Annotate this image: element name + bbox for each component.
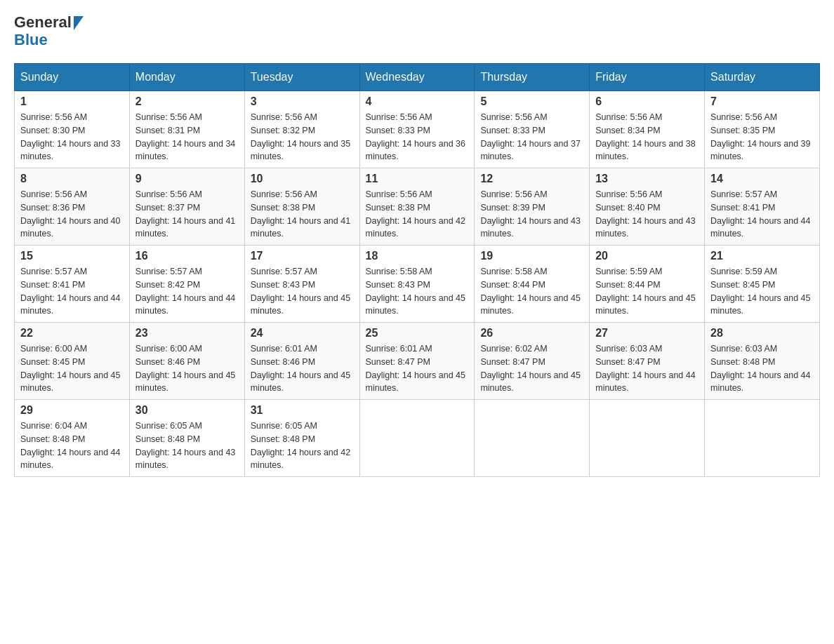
day-number: 1 [20,95,124,108]
calendar-cell: 30 Sunrise: 6:05 AM Sunset: 8:48 PM Dayl… [129,400,244,477]
calendar-week-row: 22 Sunrise: 6:00 AM Sunset: 8:45 PM Dayl… [15,323,820,400]
page-header: General Blue [14,14,820,49]
calendar-cell: 16 Sunrise: 5:57 AM Sunset: 8:42 PM Dayl… [129,246,244,323]
day-info: Sunrise: 5:57 AM Sunset: 8:41 PM Dayligh… [20,265,124,318]
col-header-wednesday: Wednesday [359,64,475,91]
day-number: 3 [251,95,354,108]
day-info: Sunrise: 6:00 AM Sunset: 8:45 PM Dayligh… [20,342,124,395]
day-number: 2 [135,95,239,108]
day-number: 16 [135,250,239,262]
calendar-cell: 19 Sunrise: 5:58 AM Sunset: 8:44 PM Dayl… [475,246,590,323]
calendar-cell: 15 Sunrise: 5:57 AM Sunset: 8:41 PM Dayl… [15,246,130,323]
day-number: 15 [20,250,124,262]
calendar-cell [359,400,475,477]
calendar-cell: 5 Sunrise: 5:56 AM Sunset: 8:33 PM Dayli… [475,91,590,168]
calendar-week-row: 29 Sunrise: 6:04 AM Sunset: 8:48 PM Dayl… [15,400,820,477]
calendar-cell: 31 Sunrise: 6:05 AM Sunset: 8:48 PM Dayl… [244,400,359,477]
calendar-cell: 11 Sunrise: 5:56 AM Sunset: 8:38 PM Dayl… [359,168,475,246]
day-number: 20 [595,250,699,262]
calendar-cell: 21 Sunrise: 5:59 AM Sunset: 8:45 PM Dayl… [705,246,820,323]
day-info: Sunrise: 5:59 AM Sunset: 8:44 PM Dayligh… [595,265,699,318]
logo-general: General [14,14,84,31]
calendar-cell: 25 Sunrise: 6:01 AM Sunset: 8:47 PM Dayl… [359,323,475,400]
day-number: 30 [135,404,239,417]
day-info: Sunrise: 5:56 AM Sunset: 8:30 PM Dayligh… [20,111,124,163]
col-header-friday: Friday [590,64,705,91]
day-info: Sunrise: 5:56 AM Sunset: 8:34 PM Dayligh… [595,111,699,163]
calendar-cell: 13 Sunrise: 5:56 AM Sunset: 8:40 PM Dayl… [590,168,705,246]
calendar-cell: 4 Sunrise: 5:56 AM Sunset: 8:33 PM Dayli… [359,91,475,168]
logo: General Blue [14,14,84,49]
day-info: Sunrise: 5:56 AM Sunset: 8:40 PM Dayligh… [595,188,699,241]
day-info: Sunrise: 5:56 AM Sunset: 8:38 PM Dayligh… [251,188,354,241]
calendar-cell: 18 Sunrise: 5:58 AM Sunset: 8:43 PM Dayl… [359,246,475,323]
day-info: Sunrise: 5:56 AM Sunset: 8:33 PM Dayligh… [480,111,583,163]
day-number: 7 [710,95,814,108]
calendar-cell: 24 Sunrise: 6:01 AM Sunset: 8:46 PM Dayl… [244,323,359,400]
day-number: 6 [595,95,699,108]
day-info: Sunrise: 6:05 AM Sunset: 8:48 PM Dayligh… [135,420,239,472]
calendar-cell: 17 Sunrise: 5:57 AM Sunset: 8:43 PM Dayl… [244,246,359,323]
day-info: Sunrise: 6:01 AM Sunset: 8:47 PM Dayligh… [366,342,469,395]
col-header-saturday: Saturday [705,64,820,91]
day-info: Sunrise: 6:00 AM Sunset: 8:46 PM Dayligh… [135,342,239,395]
day-number: 5 [480,95,583,108]
day-info: Sunrise: 5:58 AM Sunset: 8:43 PM Dayligh… [366,265,469,318]
calendar-week-row: 15 Sunrise: 5:57 AM Sunset: 8:41 PM Dayl… [15,246,820,323]
calendar-cell [590,400,705,477]
day-number: 4 [366,95,469,108]
day-number: 12 [480,173,583,185]
day-number: 11 [366,173,469,185]
calendar-cell: 6 Sunrise: 5:56 AM Sunset: 8:34 PM Dayli… [590,91,705,168]
day-info: Sunrise: 5:57 AM Sunset: 8:42 PM Dayligh… [135,265,239,318]
calendar-cell: 29 Sunrise: 6:04 AM Sunset: 8:48 PM Dayl… [15,400,130,477]
col-header-thursday: Thursday [475,64,590,91]
calendar-table: SundayMondayTuesdayWednesdayThursdayFrid… [14,63,820,477]
day-number: 22 [20,327,124,340]
calendar-cell: 10 Sunrise: 5:56 AM Sunset: 8:38 PM Dayl… [244,168,359,246]
day-info: Sunrise: 5:56 AM Sunset: 8:36 PM Dayligh… [20,188,124,241]
day-info: Sunrise: 6:03 AM Sunset: 8:48 PM Dayligh… [710,342,814,395]
day-number: 14 [710,173,814,185]
calendar-cell: 8 Sunrise: 5:56 AM Sunset: 8:36 PM Dayli… [15,168,130,246]
day-number: 21 [710,250,814,262]
calendar-cell: 9 Sunrise: 5:56 AM Sunset: 8:37 PM Dayli… [129,168,244,246]
calendar-cell: 28 Sunrise: 6:03 AM Sunset: 8:48 PM Dayl… [705,323,820,400]
calendar-cell: 12 Sunrise: 5:56 AM Sunset: 8:39 PM Dayl… [475,168,590,246]
day-number: 13 [595,173,699,185]
day-number: 29 [20,404,124,417]
day-info: Sunrise: 5:57 AM Sunset: 8:41 PM Dayligh… [710,188,814,241]
day-number: 25 [366,327,469,340]
calendar-cell: 22 Sunrise: 6:00 AM Sunset: 8:45 PM Dayl… [15,323,130,400]
day-info: Sunrise: 6:02 AM Sunset: 8:47 PM Dayligh… [480,342,583,395]
day-number: 19 [480,250,583,262]
day-number: 26 [480,327,583,340]
col-header-sunday: Sunday [15,64,130,91]
calendar-cell: 2 Sunrise: 5:56 AM Sunset: 8:31 PM Dayli… [129,91,244,168]
day-info: Sunrise: 6:05 AM Sunset: 8:48 PM Dayligh… [251,420,354,472]
day-number: 24 [251,327,354,340]
calendar-cell: 14 Sunrise: 5:57 AM Sunset: 8:41 PM Dayl… [705,168,820,246]
logo-blue: Blue [14,31,84,49]
day-info: Sunrise: 5:57 AM Sunset: 8:43 PM Dayligh… [251,265,354,318]
day-info: Sunrise: 5:59 AM Sunset: 8:45 PM Dayligh… [710,265,814,318]
day-number: 9 [135,173,239,185]
day-number: 27 [595,327,699,340]
day-number: 28 [710,327,814,340]
day-number: 23 [135,327,239,340]
day-number: 8 [20,173,124,185]
day-info: Sunrise: 6:01 AM Sunset: 8:46 PM Dayligh… [251,342,354,395]
calendar-week-row: 8 Sunrise: 5:56 AM Sunset: 8:36 PM Dayli… [15,168,820,246]
day-info: Sunrise: 5:56 AM Sunset: 8:38 PM Dayligh… [366,188,469,241]
calendar-week-row: 1 Sunrise: 5:56 AM Sunset: 8:30 PM Dayli… [15,91,820,168]
day-info: Sunrise: 5:56 AM Sunset: 8:35 PM Dayligh… [710,111,814,163]
day-number: 18 [366,250,469,262]
day-info: Sunrise: 6:04 AM Sunset: 8:48 PM Dayligh… [20,420,124,472]
day-info: Sunrise: 5:58 AM Sunset: 8:44 PM Dayligh… [480,265,583,318]
day-number: 31 [251,404,354,417]
day-info: Sunrise: 5:56 AM Sunset: 8:31 PM Dayligh… [135,111,239,163]
day-number: 17 [251,250,354,262]
calendar-cell: 1 Sunrise: 5:56 AM Sunset: 8:30 PM Dayli… [15,91,130,168]
calendar-cell: 23 Sunrise: 6:00 AM Sunset: 8:46 PM Dayl… [129,323,244,400]
calendar-cell [705,400,820,477]
